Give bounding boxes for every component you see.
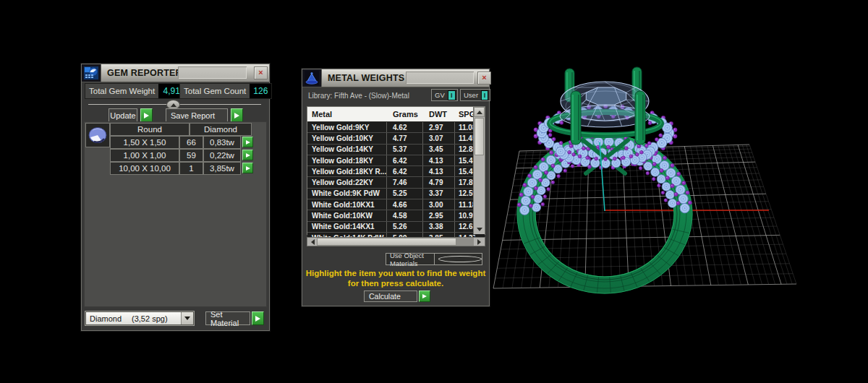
gem-report-panel: Round Diamond 1,50 X 1,50 66 0,83tw 1,00… — [84, 121, 267, 307]
metal-row[interactable]: White Gold:9K PdW5.253.3712.59 — [307, 189, 485, 199]
calculate-run-button[interactable] — [419, 291, 430, 302]
update-button[interactable]: Update — [109, 108, 137, 122]
gem-row-action-button[interactable] — [242, 163, 253, 173]
gem-col-material-header: Diamond — [190, 123, 252, 136]
gem-reporter-window: GEM REPORTER × Total Gem Weight 4,91 Tot… — [81, 64, 270, 331]
use-object-materials-radio — [434, 254, 482, 264]
metal-row[interactable]: Yellow Gold:22KY7.464.7917.89 — [307, 177, 485, 188]
gem-row-weight[interactable]: 0,83tw — [203, 136, 241, 149]
vertical-scroll-thumb[interactable] — [475, 118, 484, 155]
metal-row[interactable]: Yellow Gold:9KY4.622.9711.08 — [307, 122, 485, 133]
gem-thumbnail — [85, 123, 110, 147]
horizontal-scroll-thumb[interactable] — [317, 238, 456, 246]
user-toggle[interactable]: User I — [460, 89, 490, 101]
metal-weights-close-button[interactable]: × — [477, 72, 491, 85]
total-gem-weight-label: Total Gem Weight — [85, 84, 158, 98]
save-report-run-button[interactable] — [231, 108, 243, 122]
gv-toggle-indicator: I — [448, 90, 456, 100]
total-gem-count-group: Total Gem Count 126 — [179, 83, 272, 99]
gv-toggle[interactable]: GV I — [431, 89, 458, 101]
calculate-button[interactable]: Calculate — [364, 291, 417, 302]
metal-row[interactable]: Yellow Gold:18KY R...6.424.1315.41 — [307, 166, 485, 177]
metal-row[interactable]: Yellow Gold:18KY6.424.1315.41 — [307, 155, 485, 166]
library-label: Library: Fifth Ave - (Slow)-Metal — [308, 92, 409, 100]
gem-row-action-button[interactable] — [242, 150, 253, 160]
col-dwt: DWT — [423, 107, 455, 121]
scroll-down-button[interactable] — [474, 224, 485, 234]
metal-row[interactable]: White Gold:10KW4.582.9510.99 — [307, 210, 485, 221]
update-run-button[interactable] — [140, 108, 153, 122]
total-gem-weight-group: Total Gem Weight 4,91 — [85, 83, 185, 99]
metal-row[interactable]: Yellow Gold:14KY5.373.4512.88 — [307, 145, 485, 155]
gem-reporter-title: GEM REPORTER — [101, 68, 182, 78]
gem-col-shape-header: Round — [110, 123, 190, 136]
metal-row[interactable]: Yellow Gold:10KY4.773.0711.45 — [307, 133, 485, 144]
ring-model — [517, 67, 692, 293]
gem-row-size[interactable]: 1,50 X 1,50 — [110, 136, 179, 149]
material-select-value: Diamond(3,52 spg) — [86, 314, 181, 323]
total-gem-count-label: Total Gem Count — [180, 84, 250, 98]
total-gem-count-value: 126 — [250, 84, 271, 98]
user-toggle-indicator: I — [481, 90, 488, 100]
use-object-materials-button[interactable]: Use Object Materials — [386, 253, 482, 265]
set-material-button[interactable]: Set Material — [205, 311, 250, 325]
scroll-up-button[interactable] — [474, 107, 485, 117]
metal-weights-table: Metal Grams DWT SPG Yellow Gold:9KY4.622… — [307, 106, 485, 235]
metal-weights-title: METAL WEIGHTS — [322, 73, 404, 83]
save-report-button[interactable]: Save Report — [166, 108, 228, 122]
col-grams: Grams — [387, 107, 423, 121]
application-background: GEM REPORTER × Total Gem Weight 4,91 Tot… — [0, 0, 868, 383]
gem-reporter-close-button[interactable]: × — [254, 66, 268, 79]
instruction-text: Highlight the item you want to find the … — [302, 269, 490, 288]
gem-row-size[interactable]: 10,00 X 10,00 — [110, 162, 179, 175]
gem-reporter-icon — [82, 64, 101, 82]
gem-row-weight[interactable]: 3,85tw — [203, 162, 241, 175]
metal-weights-icon — [302, 69, 322, 87]
material-select-arrow[interactable] — [181, 312, 193, 324]
gem-row-count[interactable]: 59 — [179, 149, 203, 162]
metal-row[interactable]: White Gold:14KX15.263.3812.61 — [307, 222, 485, 233]
gem-row-weight[interactable]: 0,22tw — [203, 149, 241, 162]
titlebar-slot — [406, 72, 474, 84]
gem-row-count[interactable]: 1 — [179, 162, 203, 175]
gem-row-action-button[interactable] — [242, 137, 253, 147]
metal-table-header: Metal Grams DWT SPG — [307, 107, 485, 122]
col-spg: SPG — [455, 107, 475, 121]
metal-weights-titlebar[interactable]: METAL WEIGHTS × — [302, 69, 489, 87]
vertical-scrollbar[interactable] — [473, 107, 485, 234]
set-material-run-button[interactable] — [252, 311, 264, 325]
metal-row[interactable]: White Gold:10KX14.663.0011.18 — [307, 199, 485, 210]
gem-row-count[interactable]: 66 — [179, 136, 203, 149]
col-metal: Metal — [307, 107, 387, 121]
gem-row-size[interactable]: 1,00 X 1,00 — [110, 149, 179, 162]
material-select[interactable]: Diamond(3,52 spg) — [85, 311, 194, 325]
gem-reporter-titlebar[interactable]: GEM REPORTER × — [82, 64, 269, 82]
titlebar-slot — [178, 66, 247, 79]
metal-weights-window: METAL WEIGHTS × Library: Fifth Ave - (Sl… — [302, 69, 490, 306]
scroll-right-button[interactable] — [474, 238, 485, 246]
horizontal-scrollbar[interactable] — [307, 237, 485, 246]
